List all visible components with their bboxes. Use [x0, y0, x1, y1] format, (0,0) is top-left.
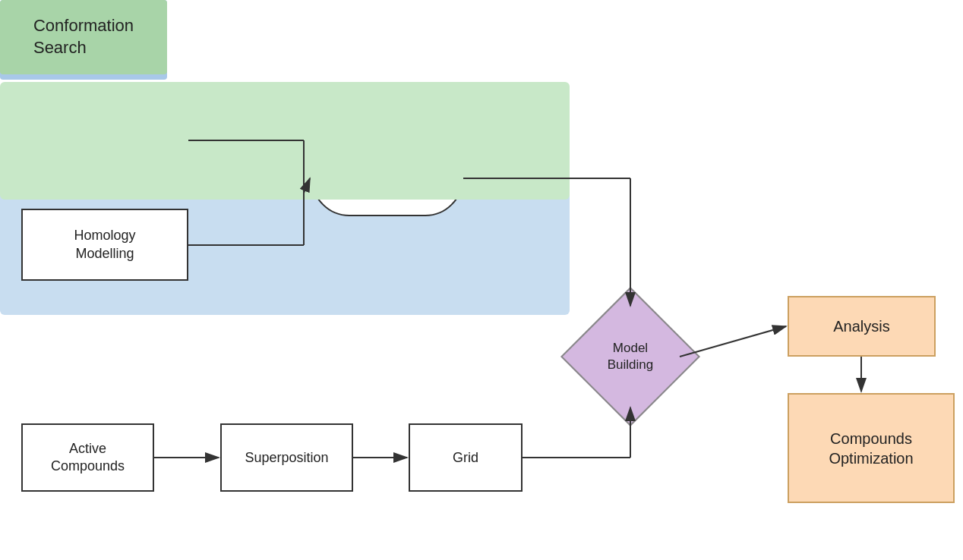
- superposition-box: Superposition: [220, 423, 353, 492]
- conformation-search-label: ConformationSearch: [0, 0, 167, 74]
- analysis-box: Analysis: [788, 296, 936, 357]
- homology-modelling-box: HomologyModelling: [21, 209, 188, 281]
- grid-box: Grid: [409, 423, 523, 492]
- conformation-inner-area: [0, 82, 570, 200]
- diagram-container: Binding Site Prediction X-ray Structure …: [0, 0, 963, 560]
- compounds-optimization-box: CompoundsOptimization: [788, 393, 955, 503]
- model-building-diamond: ModelBuilding: [570, 296, 691, 417]
- active-compounds-box: ActiveCompounds: [21, 423, 154, 492]
